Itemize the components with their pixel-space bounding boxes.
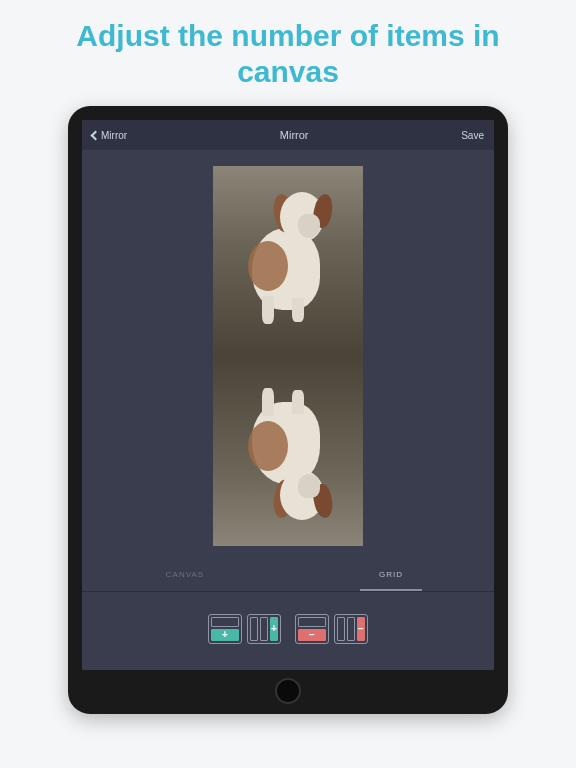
plus-icon: + (270, 617, 278, 641)
photo-top-half (213, 166, 363, 356)
tab-canvas[interactable]: CANVAS (82, 562, 288, 585)
grid-cell-icon (250, 617, 258, 641)
remove-group: − − (295, 614, 368, 644)
grid-cell-icon (211, 617, 239, 627)
home-button[interactable] (275, 678, 301, 704)
grid-controls: + + − − (82, 592, 494, 670)
dog-illustration (238, 186, 338, 326)
tab-grid[interactable]: GRID (288, 562, 494, 585)
minus-icon: − (298, 629, 326, 641)
dog-illustration-mirrored (238, 386, 338, 526)
minus-icon: − (357, 617, 365, 641)
save-button[interactable]: Save (461, 130, 484, 141)
navbar: Mirror Mirror Save (82, 120, 494, 150)
add-column-button[interactable]: + (247, 614, 281, 644)
chevron-left-icon (91, 130, 101, 140)
grid-cell-icon (347, 617, 355, 641)
page-title: Mirror (280, 129, 309, 141)
tablet-frame: Mirror Mirror Save (68, 106, 508, 714)
grid-cell-icon (260, 617, 268, 641)
remove-column-button[interactable]: − (334, 614, 368, 644)
tabs-bar: CANVAS GRID (82, 562, 494, 592)
promo-title: Adjust the number of items in canvas (0, 18, 576, 90)
grid-cell-icon (337, 617, 345, 641)
app-screen: Mirror Mirror Save (82, 120, 494, 670)
back-button[interactable]: Mirror (92, 130, 127, 141)
mirrored-photo (213, 166, 363, 546)
canvas-area[interactable] (82, 150, 494, 562)
add-group: + + (208, 614, 281, 644)
photo-bottom-half (213, 356, 363, 546)
grid-cell-icon (298, 617, 326, 627)
add-row-button[interactable]: + (208, 614, 242, 644)
remove-row-button[interactable]: − (295, 614, 329, 644)
back-label: Mirror (101, 130, 127, 141)
plus-icon: + (211, 629, 239, 641)
